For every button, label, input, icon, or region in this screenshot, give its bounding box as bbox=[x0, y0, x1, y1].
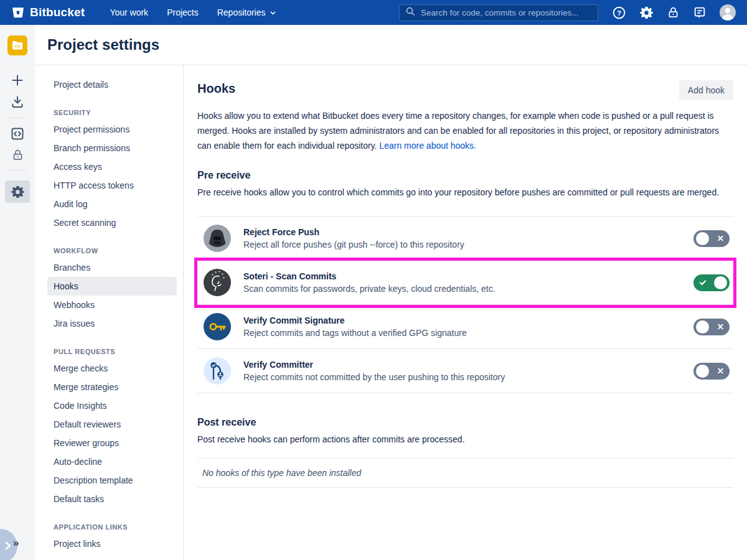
svg-text:*: * bbox=[218, 270, 220, 274]
hook-toggle-verify-commit-signature[interactable] bbox=[693, 319, 730, 335]
hook-name: Soteri - Scan Commits bbox=[243, 271, 496, 281]
hook-toggle-reject-force-push[interactable] bbox=[693, 230, 730, 247]
nav-icon-cluster: ? bbox=[612, 4, 736, 21]
sidebar-item-audit-log[interactable]: Audit log bbox=[47, 195, 177, 213]
gear-icon[interactable] bbox=[639, 6, 654, 20]
sidebar-item-secret-scanning[interactable]: Secret scanning bbox=[47, 213, 177, 232]
toggle-knob bbox=[714, 276, 727, 289]
x-icon bbox=[717, 324, 724, 330]
bitbucket-logo[interactable]: Bitbucket bbox=[11, 6, 85, 19]
sidebar-item-hooks[interactable]: Hooks bbox=[47, 277, 177, 296]
hook-name: Reject Force Push bbox=[243, 227, 464, 237]
hooks-panel: Hooks Add hook Hooks allow you to extend… bbox=[184, 65, 747, 560]
post-receive-heading: Post receive bbox=[197, 417, 733, 428]
hook-toggle-soteri-scan-commits[interactable] bbox=[693, 274, 730, 291]
hook-row-soteri-scan-commits: *****Soteri - Scan CommitsScan commits f… bbox=[197, 261, 733, 305]
nav-your-work[interactable]: Your work bbox=[110, 7, 148, 17]
hook-description: Scan commits for passwords, private keys… bbox=[243, 284, 496, 294]
pre-receive-hooks-list: Reject Force PushReject all force pushes… bbox=[197, 216, 733, 393]
rail-divider bbox=[7, 118, 27, 118]
sidebar-item-webhooks[interactable]: Webhooks bbox=[47, 296, 177, 314]
help-icon[interactable]: ? bbox=[612, 6, 626, 20]
post-receive-empty-message: No hooks of this type have been installe… bbox=[197, 458, 733, 488]
sidebar-item-merge-checks[interactable]: Merge checks bbox=[47, 359, 177, 378]
sidebar-section-application-links: APPLICATION LINKS bbox=[54, 523, 177, 531]
source-code-icon[interactable] bbox=[10, 126, 25, 141]
hook-description: Reject all force pushes (git push --forc… bbox=[243, 240, 464, 250]
check-icon bbox=[699, 279, 707, 286]
sidebar-section-pull-requests: PULL REQUESTS bbox=[54, 348, 177, 355]
feedback-icon[interactable] bbox=[693, 6, 707, 19]
hook-name: Verify Committer bbox=[243, 360, 505, 370]
svg-text:<>: <> bbox=[14, 44, 21, 49]
toggle-knob bbox=[696, 365, 709, 378]
lock-icon[interactable] bbox=[667, 6, 680, 19]
sidebar-section-security: SECURITY bbox=[54, 109, 177, 116]
svg-text:*: * bbox=[212, 273, 214, 278]
x-icon bbox=[717, 368, 724, 375]
soteri-avatar: ***** bbox=[204, 269, 231, 296]
committer-avatar bbox=[204, 357, 231, 385]
hook-name: Verify Commit Signature bbox=[243, 315, 467, 325]
hooks-intro: Hooks allow you to extend what Bitbucket… bbox=[197, 108, 733, 153]
search-icon bbox=[405, 6, 415, 19]
double-chevron-icon[interactable]: » bbox=[13, 537, 17, 549]
pre-receive-description: Pre receive hooks allow you to control w… bbox=[197, 185, 733, 200]
settings-gear-selected[interactable] bbox=[5, 180, 30, 203]
hook-row-reject-force-push: Reject Force PushReject all force pushes… bbox=[197, 217, 733, 261]
page-header: Project settings bbox=[35, 25, 747, 65]
permissions-lock-icon[interactable] bbox=[11, 149, 24, 162]
add-hook-button[interactable]: Add hook bbox=[679, 80, 733, 100]
vader-avatar bbox=[204, 225, 231, 252]
sidebar-item-branches[interactable]: Branches bbox=[47, 258, 177, 277]
svg-text:*: * bbox=[223, 276, 225, 281]
x-icon bbox=[717, 235, 724, 242]
hook-row-verify-commit-signature: Verify Commit SignatureReject commits an… bbox=[197, 305, 733, 349]
sidebar-item-code-insights[interactable]: Code Insights bbox=[47, 396, 177, 415]
sidebar-item-branch-permissions[interactable]: Branch permissions bbox=[47, 139, 177, 157]
toggle-knob bbox=[696, 232, 709, 245]
nav-repositories[interactable]: Repositories bbox=[217, 7, 277, 17]
hook-toggle-verify-committer[interactable] bbox=[693, 363, 730, 380]
pre-receive-heading: Pre receive bbox=[197, 170, 733, 181]
sidebar-item-project-links[interactable]: Project links bbox=[47, 534, 177, 553]
sidebar-item-default-tasks[interactable]: Default tasks bbox=[47, 490, 177, 508]
sidebar-item-jira-issues[interactable]: Jira issues bbox=[47, 314, 177, 333]
search-input[interactable] bbox=[420, 7, 592, 18]
search-box[interactable] bbox=[399, 4, 598, 21]
hooks-heading: Hooks bbox=[197, 82, 235, 96]
rail-divider bbox=[7, 170, 27, 170]
sidebar-item-project-permissions[interactable]: Project permissions bbox=[47, 120, 177, 139]
learn-more-link[interactable]: Learn more about hooks. bbox=[379, 141, 476, 151]
nav-projects[interactable]: Projects bbox=[167, 7, 199, 17]
toggle-knob bbox=[696, 320, 709, 334]
sidebar-section-workflow: WORKFLOW bbox=[54, 247, 177, 254]
user-avatar[interactable] bbox=[720, 4, 736, 21]
sidebar-item-project-details[interactable]: Project details bbox=[47, 75, 177, 94]
chevron-down-icon bbox=[269, 9, 277, 17]
top-navigation-bar: Bitbucket Your workProjectsRepositories … bbox=[0, 0, 747, 25]
bitbucket-logo-text: Bitbucket bbox=[30, 6, 85, 19]
app-rail: <> » bbox=[0, 25, 35, 560]
sidebar-item-description-template[interactable]: Description template bbox=[47, 471, 177, 490]
hook-row-verify-committer: Verify CommitterReject commits not commi… bbox=[197, 349, 733, 393]
hook-description: Reject commits and tags without a verifi… bbox=[243, 328, 467, 338]
sidebar-item-access-keys[interactable]: Access keys bbox=[47, 157, 177, 176]
create-plus-icon[interactable] bbox=[10, 73, 25, 88]
project-avatar[interactable]: <> bbox=[7, 35, 27, 55]
post-receive-description: Post receive hooks can perform actions a… bbox=[197, 432, 733, 447]
sidebar-item-reviewer-groups[interactable]: Reviewer groups bbox=[47, 434, 177, 452]
hook-description: Reject commits not committed by the user… bbox=[243, 372, 505, 382]
sidebar-item-auto-decline[interactable]: Auto-decline bbox=[47, 452, 177, 471]
chevron-right-icon bbox=[2, 540, 13, 551]
bitbucket-logo-icon bbox=[11, 6, 25, 19]
sidebar-item-http-access-tokens[interactable]: HTTP access tokens bbox=[47, 176, 177, 195]
primary-nav: Your workProjectsRepositories bbox=[110, 7, 276, 17]
import-download-icon[interactable] bbox=[10, 95, 25, 110]
page-title: Project settings bbox=[47, 36, 159, 54]
svg-text:*: * bbox=[215, 271, 217, 275]
settings-sidebar: Project detailsSECURITYProject permissio… bbox=[35, 65, 184, 560]
sidebar-item-merge-strategies[interactable]: Merge strategies bbox=[47, 378, 177, 396]
sidebar-item-default-reviewers[interactable]: Default reviewers bbox=[47, 415, 177, 434]
svg-text:?: ? bbox=[617, 9, 621, 16]
